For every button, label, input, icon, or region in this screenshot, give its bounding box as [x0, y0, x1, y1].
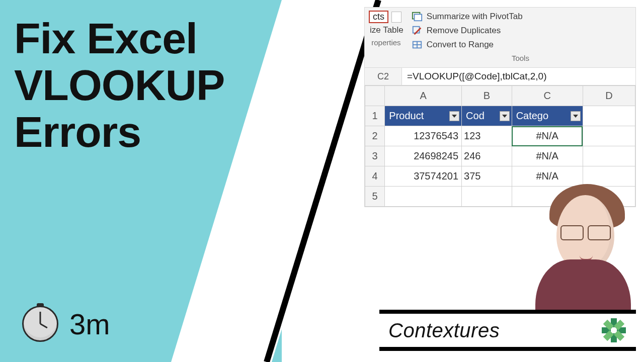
formula-bar: C2 =VLOOKUP([@Code],tblCat,2,0) — [365, 67, 635, 85]
table-row: 3 24698245 246 #N/A — [365, 146, 635, 166]
summarize-pivot-label: Summarize with PivotTab — [427, 12, 523, 22]
brand-logo-icon — [601, 317, 627, 343]
main-title: Fix Excel VLOOKUP Errors — [14, 15, 224, 155]
row-header[interactable]: 3 — [365, 146, 385, 166]
col-header-d[interactable]: D — [583, 86, 635, 106]
cell[interactable]: #N/A — [512, 146, 583, 166]
cell[interactable]: 24698245 — [385, 146, 462, 166]
remove-duplicates-icon — [412, 26, 423, 36]
row-header[interactable]: 4 — [365, 166, 385, 187]
filter-dropdown-icon[interactable] — [571, 111, 581, 121]
title-line-1: Fix Excel — [14, 15, 224, 62]
table-header-category[interactable]: Catego — [512, 106, 583, 126]
cell[interactable]: 375 — [462, 166, 512, 187]
brand-bar: Contextures — [379, 310, 636, 351]
filter-dropdown-icon[interactable] — [449, 111, 459, 121]
presenter-portrait — [515, 169, 641, 315]
remove-duplicates-label: Remove Duplicates — [427, 26, 501, 36]
filter-dropdown-icon[interactable] — [500, 111, 510, 121]
ribbon-group-label-properties: roperties — [371, 38, 400, 47]
select-all-corner[interactable] — [365, 86, 385, 106]
row-header[interactable]: 2 — [365, 126, 385, 146]
ribbon-group-label-tools: Tools — [512, 54, 529, 62]
clock-icon — [22, 306, 58, 342]
duration-text: 3m — [69, 307, 110, 341]
ribbon-group-tools: Summarize with PivotTab Remove Duplicate… — [410, 11, 631, 62]
cell[interactable]: 246 — [462, 146, 512, 166]
cell-selected[interactable]: #N/A — [512, 126, 583, 146]
svg-rect-3 — [414, 14, 422, 21]
cell[interactable] — [462, 187, 512, 207]
cell[interactable] — [583, 126, 635, 146]
resize-table-fragment[interactable]: ize Table — [369, 25, 404, 35]
table-header-code[interactable]: Cod — [462, 106, 512, 126]
formula-input[interactable]: =VLOOKUP([@Code],tblCat,2,0) — [402, 68, 635, 85]
summarize-pivot-button[interactable]: Summarize with PivotTab — [410, 11, 631, 23]
row-header[interactable]: 1 — [365, 106, 385, 126]
table-row: 1 Product Cod Catego — [365, 106, 635, 126]
name-box[interactable]: C2 — [365, 68, 402, 85]
cell[interactable]: 37574201 — [385, 166, 462, 187]
duration-row: 3m — [22, 306, 110, 342]
convert-range-icon — [412, 40, 423, 50]
cell[interactable] — [583, 106, 635, 126]
table-header-product[interactable]: Product — [385, 106, 462, 126]
cyan-panel: Fix Excel VLOOKUP Errors 3m — [0, 0, 282, 362]
row-header[interactable]: 5 — [365, 187, 385, 207]
convert-range-button[interactable]: Convert to Range — [410, 39, 631, 51]
col-header-c[interactable]: C — [512, 86, 583, 106]
convert-range-label: Convert to Range — [427, 40, 494, 50]
title-line-3: Errors — [14, 109, 224, 155]
table-name-fragment[interactable]: cts — [369, 11, 388, 23]
svg-line-1 — [267, 0, 378, 362]
cell[interactable] — [583, 146, 635, 166]
ribbon-group-properties: cts ize Table roperties — [369, 11, 404, 62]
excel-ribbon: cts ize Table roperties Summarize with P… — [365, 8, 635, 67]
title-line-2: VLOOKUP — [14, 62, 224, 109]
thumbnail-stage: Fix Excel VLOOKUP Errors 3m cts ize Tabl… — [0, 0, 644, 362]
table-row: 2 12376543 123 #N/A — [365, 126, 635, 146]
brand-name: Contextures — [388, 319, 500, 342]
cell[interactable] — [385, 187, 462, 207]
pivot-icon — [412, 12, 423, 22]
blank-box — [391, 12, 401, 23]
col-header-a[interactable]: A — [385, 86, 462, 106]
remove-duplicates-button[interactable]: Remove Duplicates — [410, 25, 631, 37]
col-header-b[interactable]: B — [462, 86, 512, 106]
cell[interactable]: 123 — [462, 126, 512, 146]
cell[interactable]: 12376543 — [385, 126, 462, 146]
